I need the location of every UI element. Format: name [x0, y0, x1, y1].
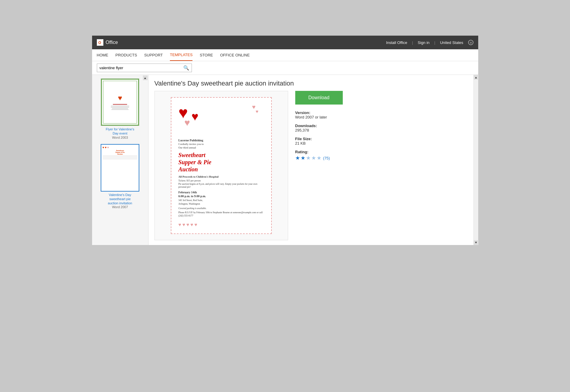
flyer-thumbnail-img: ♥: [101, 78, 139, 126]
downloads-label: Downloads:: [295, 124, 355, 128]
inv-proceeds: All Proceeds to Children's Hospital: [179, 175, 264, 178]
bottom-heart-3: ♥: [187, 222, 190, 227]
inv-publisher: Lucerne Publishing: [179, 136, 264, 142]
inv-annual: Our third annual: [179, 146, 264, 149]
inv-main-title: Sweetheart Supper & Pie Auction: [179, 151, 264, 173]
bottom-spacer: [0, 245, 570, 304]
bottom-heart-1: ♥: [179, 222, 181, 227]
rating-label: Rating:: [295, 150, 355, 154]
info-panel: Download Version: Word 2007 or later Dow…: [295, 91, 355, 240]
install-office-link[interactable]: Install Office: [386, 40, 407, 45]
inv-description: Pie auction begins at 8 p.m. and prices …: [179, 183, 264, 189]
invitation-body: Lucerne Publishing Cordially invites you…: [179, 136, 264, 227]
nav-products[interactable]: PRODUCTS: [116, 49, 137, 61]
template-title: Valentine's Day sweetheart pie auction i…: [154, 80, 468, 87]
header-left: O Office: [97, 39, 118, 46]
hearts-section: ♥ ♥ ♥ ♥ ♥: [179, 104, 264, 130]
sign-in-button[interactable]: Sign in: [418, 40, 430, 45]
hearts-right: ♥ ♥: [252, 104, 264, 118]
bottom-heart-4: ♥: [190, 222, 193, 227]
scrollbar: ▲ ▼: [473, 75, 478, 245]
star-2[interactable]: ★: [301, 155, 305, 161]
svg-text:O: O: [98, 41, 101, 45]
heart-large-2: ♥: [192, 110, 199, 124]
inv-address-2: Arlington, Washington: [179, 203, 264, 206]
inv-rsvp: Please R.S.V.P. by February 10th to Step…: [179, 211, 264, 217]
rating-stars: ★ ★ ★ ★ ★ (75): [295, 155, 355, 161]
header-divider2: |: [434, 40, 435, 45]
version-row: Version: Word 2007 or later: [295, 110, 355, 119]
sweetheart-word-version: Word 2007: [98, 205, 142, 209]
flyer-thumb-label: Flyer for Valentine'sDay event: [98, 127, 142, 136]
template-preview: ♥ ♥ ♥ ♥ ♥ Lucer: [154, 91, 288, 240]
scroll-down-arrow[interactable]: ▼: [474, 240, 479, 245]
hearts-left: ♥ ♥ ♥: [179, 104, 208, 130]
star-4[interactable]: ★: [311, 155, 316, 161]
inv-bottom-hearts: ♥ ♥ ♥ ♥ ♥: [179, 222, 264, 227]
inv-parking: Covered parking is available.: [179, 207, 264, 210]
nav-store[interactable]: STORE: [200, 49, 213, 61]
inv-date: February 14th: [179, 191, 264, 194]
sidebar-scroll-up[interactable]: ▲: [143, 75, 148, 80]
scroll-up-arrow[interactable]: ▲: [474, 75, 479, 80]
nav-office-online[interactable]: OFFICE ONLINE: [220, 49, 250, 61]
bottom-heart-5: ♥: [195, 222, 198, 227]
bottom-heart-2: ♥: [182, 222, 185, 227]
header-divider: |: [412, 40, 413, 45]
content-body: ♥ ♥ ♥ ♥ ♥ Lucer: [154, 91, 468, 240]
filesize-label: File Size:: [295, 137, 355, 141]
header-bar: O Office Install Office | Sign in | Unit…: [92, 36, 478, 49]
globe-icon[interactable]: ⊕: [468, 40, 473, 45]
inv-tickets: Tickets: $15 per person: [179, 179, 264, 182]
heart-pink-1: ♥: [184, 117, 190, 128]
main-layout: ▲ ♥: [92, 75, 478, 245]
version-label: Version:: [295, 110, 355, 115]
heart-small-right-2: ♥: [256, 109, 259, 114]
sidebar-item-sweetheart[interactable]: ♥ ♥ ♥ SweetheartSupper & PieAuction: [98, 144, 142, 209]
nav-support[interactable]: SUPPORT: [144, 49, 163, 61]
office-title: Office: [106, 40, 118, 45]
version-value: Word 2007 or later: [295, 115, 355, 119]
filesize-value: 21 KB: [295, 141, 355, 146]
star-3[interactable]: ★: [306, 155, 311, 161]
nav-home[interactable]: HOME: [97, 49, 108, 61]
search-button[interactable]: 🔍: [181, 64, 192, 72]
star-5[interactable]: ★: [317, 155, 321, 161]
downloads-value: 295,378: [295, 128, 355, 132]
region-label[interactable]: United States: [440, 40, 463, 45]
downloads-row: Downloads: 295,378: [295, 124, 355, 132]
search-input[interactable]: [97, 64, 181, 72]
flyer-heart-icon: ♥: [118, 94, 122, 102]
inv-address-1: 345 3rd Street, Red Suite,: [179, 199, 264, 202]
rating-count: (75): [323, 156, 330, 160]
sidebar: ▲ ♥: [92, 75, 149, 245]
invitation-card: ♥ ♥ ♥ ♥ ♥ Lucer: [171, 97, 272, 234]
inv-time: 6:00 p.m. to 9:00 p.m.: [179, 195, 264, 198]
nav-bar: HOME PRODUCTS SUPPORT TEMPLATES STORE OF…: [92, 49, 478, 61]
office-logo-icon: O: [97, 39, 103, 46]
filesize-row: File Size: 21 KB: [295, 137, 355, 146]
search-bar: 🔍: [92, 61, 478, 75]
flyer-word-version: Word 2003: [98, 136, 142, 139]
header-right: Install Office | Sign in | United States…: [386, 40, 473, 45]
content-panel: Valentine's Day sweetheart pie auction i…: [149, 75, 473, 245]
rating-row: Rating: ★ ★ ★ ★ ★ (75): [295, 150, 355, 161]
star-1[interactable]: ★: [295, 155, 300, 161]
nav-templates[interactable]: TEMPLATES: [170, 49, 192, 61]
sidebar-item-flyer[interactable]: ♥ Flyer for Valentine': [98, 78, 142, 139]
sweetheart-thumbnail-img: ♥ ♥ ♥ SweetheartSupper & PieAuction: [101, 144, 139, 192]
heart-small-right-1: ♥: [252, 104, 256, 110]
download-button[interactable]: Download: [295, 91, 343, 105]
sweetheart-thumb-label: Valentine's Daysweetheart pieauction inv…: [98, 193, 142, 206]
inv-cordially: Cordially invites you to: [179, 143, 264, 146]
search-container: 🔍: [97, 64, 192, 72]
